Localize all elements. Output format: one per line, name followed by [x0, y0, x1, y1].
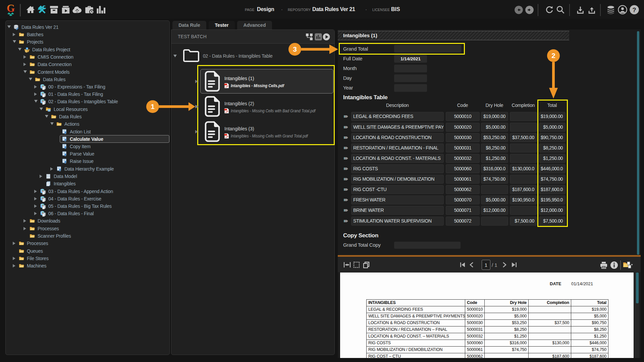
svg-text:G: G [7, 2, 15, 14]
svg-text:?: ? [632, 6, 636, 13]
